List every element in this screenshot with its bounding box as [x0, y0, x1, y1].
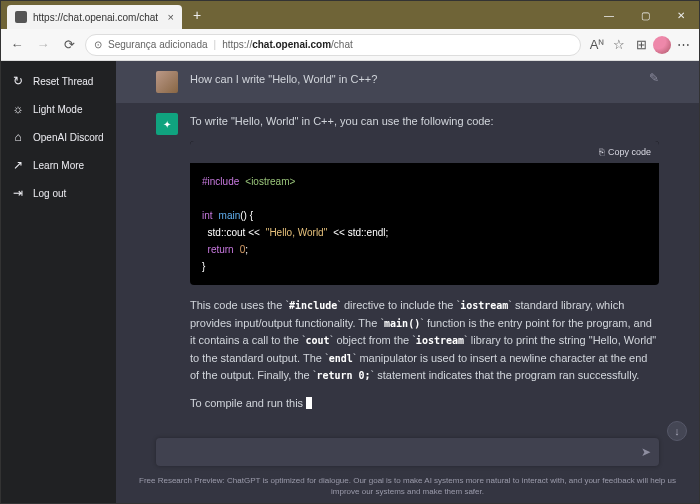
- sidebar-item-label: OpenAI Discord: [33, 132, 104, 143]
- clipboard-icon: ⎘: [599, 145, 604, 159]
- send-icon[interactable]: ➤: [641, 445, 651, 459]
- assistant-message: To write "Hello, World" in C++, you can …: [190, 113, 659, 423]
- assistant-intro: To write "Hello, World" in C++, you can …: [190, 113, 659, 131]
- edit-icon[interactable]: ✎: [649, 71, 659, 93]
- user-message: How can I write "Hello, World" in C++?: [190, 71, 637, 93]
- discord-icon: ⌂: [11, 130, 25, 144]
- footer-disclaimer: Free Research Preview: ChatGPT is optimi…: [116, 472, 699, 503]
- sidebar-item-label: Learn More: [33, 160, 84, 171]
- sidebar-item-label: Light Mode: [33, 104, 82, 115]
- security-label: Segurança adicionada: [108, 39, 208, 50]
- url-box[interactable]: ⊙ Segurança adicionada | https://chat.op…: [85, 34, 581, 56]
- message-input[interactable]: ➤: [156, 438, 659, 466]
- profile-avatar[interactable]: [653, 36, 671, 54]
- sidebar-item-label: Log out: [33, 188, 66, 199]
- maximize-button[interactable]: ▢: [627, 1, 663, 29]
- sidebar: ↻Reset Thread ☼Light Mode ⌂OpenAI Discor…: [1, 61, 116, 503]
- menu-button[interactable]: ⋯: [673, 35, 693, 55]
- tab-title: https://chat.openai.com/chat: [33, 12, 162, 23]
- sun-icon: ☼: [11, 102, 25, 116]
- logout-icon: ⇥: [11, 186, 25, 200]
- back-button[interactable]: ←: [7, 35, 27, 55]
- code-block: ⎘ Copy code #include <iostream> int main…: [190, 141, 659, 285]
- sidebar-item-logout[interactable]: ⇥Log out: [1, 179, 116, 207]
- sidebar-item-discord[interactable]: ⌂OpenAI Discord: [1, 123, 116, 151]
- user-avatar: [156, 71, 178, 93]
- lock-icon: ⊙: [94, 39, 102, 50]
- sidebar-item-reset[interactable]: ↻Reset Thread: [1, 67, 116, 95]
- refresh-button[interactable]: ⟳: [59, 35, 79, 55]
- typing-cursor: [306, 397, 312, 409]
- user-message-row: How can I write "Hello, World" in C++? ✎: [116, 61, 699, 103]
- external-link-icon: ↗: [11, 158, 25, 172]
- forward-button[interactable]: →: [33, 35, 53, 55]
- favicon-icon: [15, 11, 27, 23]
- reset-icon: ↻: [11, 74, 25, 88]
- read-aloud-icon[interactable]: Aᴺ: [587, 35, 607, 55]
- sidebar-item-learnmore[interactable]: ↗Learn More: [1, 151, 116, 179]
- close-tab-icon[interactable]: ×: [168, 11, 174, 23]
- assistant-explanation: This code uses the `#include` directive …: [190, 297, 659, 385]
- scroll-down-button[interactable]: ↓: [667, 421, 687, 441]
- collections-icon[interactable]: ⊞: [631, 35, 651, 55]
- assistant-continuation: To compile and run this: [190, 395, 659, 413]
- address-bar: ← → ⟳ ⊙ Segurança adicionada | https://c…: [1, 29, 699, 61]
- url-text: https://chat.openai.com/chat: [222, 39, 353, 50]
- sidebar-item-lightmode[interactable]: ☼Light Mode: [1, 95, 116, 123]
- ai-avatar: ✦: [156, 113, 178, 135]
- minimize-button[interactable]: —: [591, 1, 627, 29]
- main-area: How can I write "Hello, World" in C++? ✎…: [116, 61, 699, 503]
- copy-code-button[interactable]: Copy code: [608, 145, 651, 159]
- sidebar-item-label: Reset Thread: [33, 76, 93, 87]
- titlebar: https://chat.openai.com/chat × + — ▢ ✕: [1, 1, 699, 29]
- browser-tab[interactable]: https://chat.openai.com/chat ×: [7, 5, 182, 29]
- code-content: #include <iostream> int main() { std::co…: [190, 163, 659, 285]
- assistant-message-row: ✦ To write "Hello, World" in C++, you ca…: [116, 103, 699, 430]
- close-window-button[interactable]: ✕: [663, 1, 699, 29]
- favorites-icon[interactable]: ☆: [609, 35, 629, 55]
- new-tab-button[interactable]: +: [186, 4, 208, 26]
